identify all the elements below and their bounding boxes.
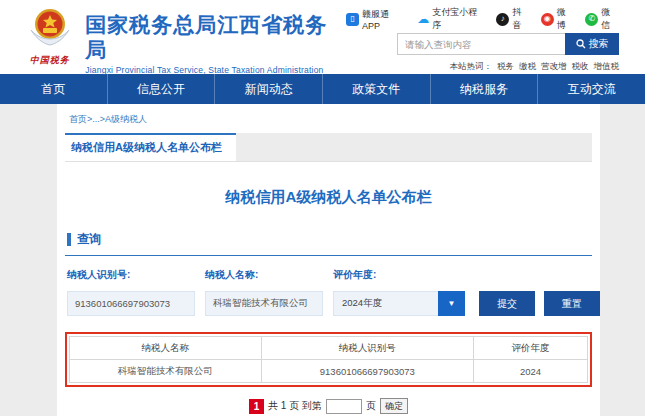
- query-section-divider: [65, 255, 592, 256]
- tax-emblem-logo: 中国税务: [22, 6, 77, 67]
- pagination-total-text: 共 1 页 到第: [268, 399, 322, 413]
- site-search: 搜索: [397, 33, 619, 55]
- social-links-row: ▯ 赣服通APP ☁ 支付宝小程序 ♪ 抖音 ◉ 微博 ✆ 微信: [346, 10, 619, 28]
- section-accent-bar: [67, 233, 71, 246]
- evaluation-year-value: 2024年度: [333, 291, 438, 316]
- taxpayer-id-label: 纳税人识别号:: [67, 268, 195, 282]
- query-section-title: 查询: [77, 231, 101, 248]
- cell-taxpayer-id: 913601066697903073: [261, 360, 473, 383]
- evaluation-year-label: 评价年度:: [333, 268, 465, 282]
- nav-item-interaction[interactable]: 互动交流: [537, 74, 645, 104]
- taxpayer-name-label: 纳税人名称:: [205, 268, 323, 282]
- alipay-cloud-icon: ☁: [417, 12, 429, 26]
- evaluation-year-select[interactable]: 2024年度 ▼: [333, 291, 465, 316]
- column-header-taxpayer-name: 纳税人名称: [70, 337, 262, 360]
- nav-item-tax-services[interactable]: 纳税服务: [430, 74, 538, 104]
- douyin-icon: ♪: [496, 13, 509, 26]
- nav-item-info-disclosure[interactable]: 信息公开: [107, 74, 215, 104]
- goto-page-confirm-button[interactable]: 确定: [380, 398, 408, 414]
- table-row: 科瑞智能技术有限公司 913601066697903073 2024: [70, 360, 588, 383]
- link-douyin[interactable]: ♪ 抖音: [496, 6, 530, 32]
- site-brand: 中国税务 国家税务总局江西省税务局 Jiangxi Provincial Tax…: [22, 6, 346, 74]
- link-label: 微信: [601, 6, 619, 32]
- header-right: ▯ 赣服通APP ☁ 支付宝小程序 ♪ 抖音 ◉ 微博 ✆ 微信: [346, 6, 619, 74]
- search-icon: [576, 39, 586, 49]
- page-number-current[interactable]: 1: [249, 399, 264, 414]
- taxpayer-id-field-group: 纳税人识别号:: [67, 268, 195, 316]
- pagination: 1 共 1 页 到第 页 确定: [65, 398, 592, 414]
- nav-item-home[interactable]: 首页: [0, 74, 107, 104]
- reset-button[interactable]: 重置: [544, 291, 600, 316]
- link-weibo[interactable]: ◉ 微博: [541, 6, 575, 32]
- national-emblem-icon: [27, 6, 73, 52]
- nav-item-policy-documents[interactable]: 政策文件: [322, 74, 430, 104]
- logo-caption: 中国税务: [22, 54, 77, 67]
- taxpayer-id-input[interactable]: [67, 291, 195, 316]
- tab-bar: 纳税信用A级纳税人名单公布栏: [65, 133, 592, 162]
- query-section-header: 查询: [67, 231, 592, 248]
- taxpayer-name-field-group: 纳税人名称:: [205, 268, 323, 316]
- tab-a-level-taxpayer-list[interactable]: 纳税信用A级纳税人名单公布栏: [65, 133, 236, 161]
- search-button-label: 搜索: [589, 37, 609, 51]
- wechat-icon: ✆: [585, 13, 598, 26]
- link-label: 支付宝小程序: [432, 6, 485, 32]
- hotword-link[interactable]: 营改增: [541, 61, 567, 73]
- result-table: 纳税人名称 纳税人识别号 评价年度 科瑞智能技术有限公司 91360106669…: [69, 336, 588, 383]
- hotwords-row: 本站热词： 税务 缴税 营改增 税收 增值税: [450, 61, 620, 73]
- content-card: 首页>...>A级纳税人 纳税信用A级纳税人名单公布栏 纳税信用A级纳税人名单公…: [57, 104, 600, 416]
- content-background: 首页>...>A级纳税人 纳税信用A级纳税人名单公布栏 纳税信用A级纳税人名单公…: [0, 104, 645, 416]
- result-table-red-highlight: 纳税人名称 纳税人识别号 评价年度 科瑞智能技术有限公司 91360106669…: [65, 332, 592, 387]
- hotword-link[interactable]: 税收: [572, 61, 589, 73]
- query-form: 纳税人识别号: 纳税人名称: 评价年度: 2024年度 ▼ 提交 重置: [65, 268, 592, 316]
- chevron-down-icon: ▼: [438, 291, 465, 316]
- evaluation-year-field-group: 评价年度: 2024年度 ▼: [333, 268, 465, 316]
- link-wechat[interactable]: ✆ 微信: [585, 6, 619, 32]
- link-ganfutong-app[interactable]: ▯ 赣服通APP: [346, 8, 406, 31]
- link-label: 微博: [557, 6, 575, 32]
- taxpayer-name-input[interactable]: [205, 291, 323, 316]
- table-header-row: 纳税人名称 纳税人识别号 评价年度: [70, 337, 588, 360]
- hotword-link[interactable]: 缴税: [519, 61, 536, 73]
- brand-text: 国家税务总局江西省税务局 Jiangxi Provincial Tax Serv…: [85, 6, 346, 75]
- search-button[interactable]: 搜索: [565, 33, 619, 55]
- site-title: 国家税务总局江西省税务局: [85, 12, 346, 62]
- hotword-link[interactable]: 税务: [497, 61, 514, 73]
- form-buttons: 提交 重置: [479, 268, 600, 316]
- weibo-icon: ◉: [541, 13, 554, 26]
- pagination-page-unit: 页: [366, 399, 376, 413]
- breadcrumb[interactable]: 首页>...>A级纳税人: [65, 104, 592, 133]
- submit-button[interactable]: 提交: [479, 291, 535, 316]
- hotword-link[interactable]: 增值税: [594, 61, 620, 73]
- search-input[interactable]: [397, 33, 565, 55]
- nav-item-news[interactable]: 新闻动态: [214, 74, 322, 104]
- hotwords-label: 本站热词：: [450, 61, 493, 73]
- link-alipay-miniprogram[interactable]: ☁ 支付宝小程序: [417, 6, 485, 32]
- app-phone-icon: ▯: [346, 13, 359, 26]
- site-header: 中国税务 国家税务总局江西省税务局 Jiangxi Provincial Tax…: [0, 0, 645, 74]
- column-header-taxpayer-id: 纳税人识别号: [261, 337, 473, 360]
- link-label: 赣服通APP: [362, 8, 406, 31]
- link-label: 抖音: [512, 6, 530, 32]
- cell-taxpayer-name: 科瑞智能技术有限公司: [70, 360, 262, 383]
- page-title: 纳税信用A级纳税人名单公布栏: [65, 188, 592, 207]
- goto-page-input[interactable]: [326, 399, 362, 414]
- cell-evaluation-year: 2024: [474, 360, 588, 383]
- main-navigation: 首页 信息公开 新闻动态 政策文件 纳税服务 互动交流: [0, 74, 645, 104]
- column-header-evaluation-year: 评价年度: [474, 337, 588, 360]
